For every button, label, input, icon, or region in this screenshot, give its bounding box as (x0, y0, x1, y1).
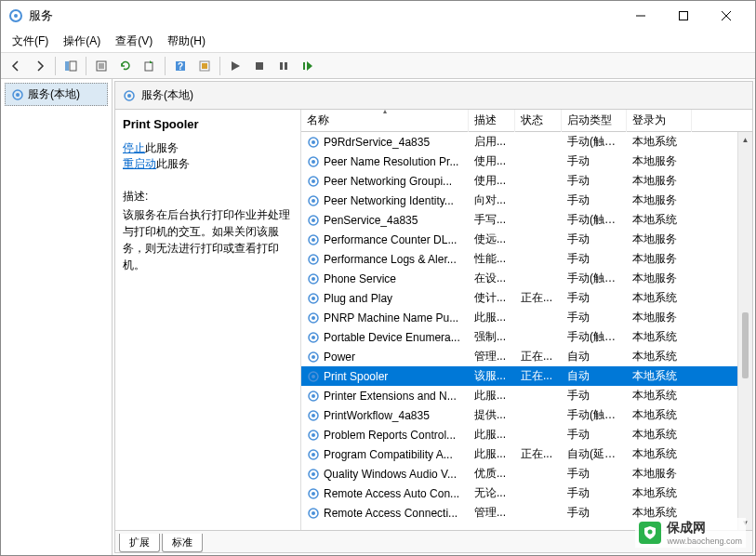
service-gear-icon (307, 194, 320, 207)
services-list[interactable]: P9RdrService_4a835启用...手动(触发...本地系统Peer … (301, 132, 737, 530)
tree-pane[interactable]: 服务(本地) (1, 79, 113, 555)
scroll-up-button[interactable]: ▲ (738, 132, 752, 147)
service-row[interactable]: Peer Networking Identity...向对...手动本地服务 (301, 191, 737, 210)
help-button[interactable]: ? (169, 55, 192, 77)
export-button[interactable] (139, 55, 161, 77)
svg-point-60 (312, 472, 315, 476)
column-header-status[interactable]: 状态 (515, 110, 562, 132)
cell-name: Peer Name Resolution Pr... (301, 153, 469, 170)
service-row[interactable]: PNRP Machine Name Pu...此服...手动本地服务 (301, 308, 737, 327)
cell-status (515, 160, 562, 164)
cell-desc: 强制... (469, 327, 515, 347)
maximize-button[interactable] (662, 1, 705, 31)
start-service-button[interactable] (224, 55, 246, 77)
minimize-button[interactable] (619, 1, 662, 31)
tree-root-services[interactable]: 服务(本地) (5, 83, 108, 106)
service-row[interactable]: PrintWorkflow_4a835提供...手动(触发...本地系统 (301, 405, 737, 425)
svg-rect-6 (65, 61, 69, 71)
service-row[interactable]: Printer Extensions and N...此服...手动本地系统 (301, 386, 737, 405)
properties-button[interactable] (90, 55, 113, 77)
cell-desc: 手写... (469, 210, 515, 230)
restart-service-link[interactable]: 重启动 (123, 157, 156, 170)
svg-point-54 (312, 414, 315, 417)
cell-name: Peer Networking Identity... (301, 192, 469, 209)
cell-status: 正在... (515, 444, 562, 464)
service-row[interactable]: Problem Reports Control...此服...手动本地系统 (301, 425, 737, 444)
service-row[interactable]: Print Spooler该服...正在...自动本地系统 (301, 366, 737, 386)
scroll-thumb[interactable] (742, 312, 749, 378)
stop-service-link[interactable]: 停止 (123, 141, 145, 154)
menu-file[interactable]: 文件(F) (5, 32, 56, 51)
cell-logon: 本地系统 (627, 405, 692, 425)
detail-pane: Print Spooler 停止此服务 重启动此服务 描述: 该服务在后台执行打… (115, 110, 301, 530)
stop-service-button[interactable] (248, 55, 271, 77)
tab-extended[interactable]: 扩展 (119, 534, 160, 552)
column-header-desc[interactable]: 描述 (469, 110, 515, 132)
menu-action[interactable]: 操作(A) (56, 32, 108, 51)
cell-status (515, 258, 562, 261)
restart-service-button[interactable] (297, 55, 319, 77)
cell-status (515, 492, 562, 496)
svg-point-40 (312, 277, 315, 281)
menu-help[interactable]: 帮助(H) (160, 32, 213, 51)
nav-forward-button[interactable] (29, 55, 51, 77)
cell-name: PenService_4a835 (301, 212, 469, 229)
toolbar-button[interactable] (193, 55, 216, 77)
gear-icon (123, 89, 136, 102)
column-header-name[interactable]: 名称▴ (301, 110, 469, 132)
column-header-logon[interactable]: 登录为 (627, 110, 692, 132)
service-row[interactable]: Phone Service在设...手动(触发...本地服务 (301, 269, 737, 288)
service-row[interactable]: Plug and Play使计...正在...手动本地系统 (301, 288, 737, 308)
titlebar[interactable]: 服务 (1, 1, 755, 31)
service-row[interactable]: Performance Logs & Aler...性能...手动本地服务 (301, 249, 737, 269)
cell-name: Printer Extensions and N... (301, 388, 469, 404)
window-title: 服务 (29, 7, 619, 24)
service-row[interactable]: Power管理...正在...自动本地系统 (301, 347, 737, 366)
menu-view[interactable]: 查看(V) (108, 32, 160, 51)
svg-point-24 (127, 94, 131, 98)
vertical-scrollbar[interactable]: ▲ ▼ (737, 132, 752, 530)
column-header-startup[interactable]: 启动类型 (562, 110, 627, 132)
cell-status (515, 511, 562, 515)
service-row[interactable]: Remote Access Auto Con...无论...手动本地系统 (301, 483, 737, 503)
svg-point-32 (312, 199, 315, 203)
service-row[interactable]: Quality Windows Audio V...优质...手动本地服务 (301, 464, 737, 483)
show-hide-tree-button[interactable] (60, 55, 82, 77)
panel-header-title: 服务(本地) (141, 87, 193, 103)
cell-logon: 本地系统 (627, 444, 692, 464)
svg-point-52 (312, 394, 315, 398)
close-button[interactable] (705, 1, 748, 31)
nav-back-button[interactable] (5, 55, 27, 77)
cell-startup: 手动 (562, 191, 627, 210)
tab-standard[interactable]: 标准 (162, 534, 203, 552)
watermark-url: www.baocheng.com (667, 536, 742, 546)
service-row[interactable]: Performance Counter DL...使远...手动本地服务 (301, 230, 737, 249)
refresh-button[interactable] (114, 55, 137, 77)
service-row[interactable]: Portable Device Enumera...强制...手动(触发...本… (301, 327, 737, 347)
service-row[interactable]: Program Compatibility A...此服...正在...自动(延… (301, 444, 737, 464)
cell-startup: 手动(触发... (562, 132, 627, 152)
service-row[interactable]: Peer Networking Groupi...使用...手动本地服务 (301, 171, 737, 191)
service-gear-icon (307, 507, 320, 520)
toolbar-separator (219, 57, 220, 75)
cell-status (515, 199, 562, 203)
svg-point-1 (14, 14, 18, 18)
cell-name: Peer Networking Groupi... (301, 173, 469, 190)
svg-point-34 (312, 218, 315, 222)
service-gear-icon (307, 487, 320, 500)
service-row[interactable]: P9RdrService_4a835启用...手动(触发...本地系统 (301, 132, 737, 152)
scroll-track[interactable] (738, 147, 752, 515)
cell-startup: 手动 (562, 288, 627, 308)
cell-status (515, 316, 562, 320)
cell-name: Print Spooler (301, 368, 469, 385)
service-row[interactable]: PenService_4a835手写...手动(触发...本地系统 (301, 210, 737, 230)
service-row[interactable]: Peer Name Resolution Pr...使用...手动本地服务 (301, 152, 737, 171)
service-gear-icon (307, 292, 320, 305)
cell-startup: 手动 (562, 425, 627, 444)
cell-logon: 本地服务 (627, 152, 692, 171)
cell-name: Program Compatibility A... (301, 446, 469, 463)
cell-desc: 使计... (469, 288, 515, 308)
toolbar-separator (165, 57, 166, 75)
pause-service-button[interactable] (272, 55, 295, 77)
service-gear-icon (307, 175, 320, 188)
